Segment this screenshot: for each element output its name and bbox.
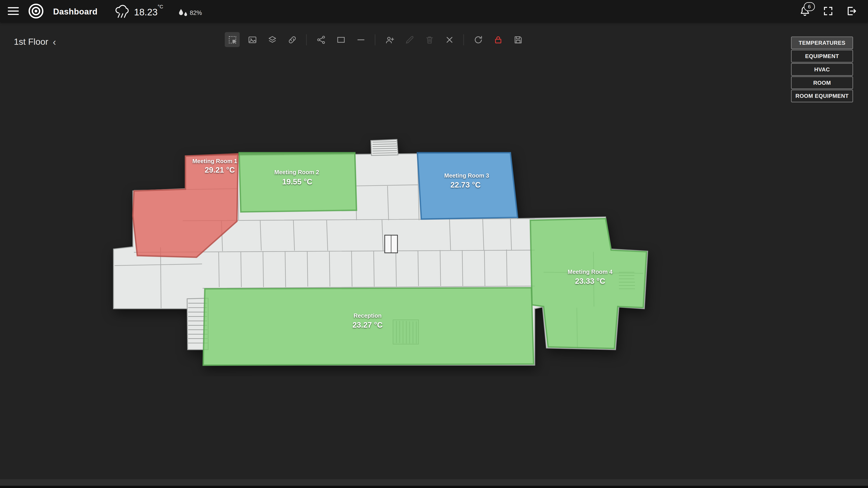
chevron-left-icon[interactable]: ‹ <box>53 38 56 46</box>
line-button[interactable] <box>353 32 368 47</box>
floorplan-canvas[interactable]: Meeting Room 1 29.21 °C Meeting Room 2 1… <box>89 133 675 377</box>
link-icon <box>287 35 297 44</box>
menu-icon[interactable] <box>8 7 19 15</box>
edit-icon <box>404 35 414 44</box>
rectangle-button[interactable] <box>333 32 348 47</box>
edit-button <box>402 32 417 47</box>
lock-icon <box>493 35 503 44</box>
link-button[interactable] <box>285 32 300 47</box>
close-button[interactable] <box>442 32 457 47</box>
room-temp-meeting-room-4: 23.33 °C <box>575 277 605 285</box>
humidity-value: 82% <box>190 9 202 16</box>
logo-target-icon <box>28 3 44 19</box>
outdoor-temperature: 18.23°C <box>134 2 163 20</box>
temperature-unit: °C <box>158 4 163 9</box>
layer-button-panel: TEMPERATURES EQUIPMENT HVAC ROOM ROOM EQ… <box>791 37 853 103</box>
fullscreen-button[interactable] <box>823 5 834 17</box>
layer-button-temperatures[interactable]: TEMPERATURES <box>791 37 853 49</box>
image-button[interactable] <box>245 32 259 47</box>
logout-button[interactable] <box>846 5 857 17</box>
room-temp-meeting-room-1: 29.21 °C <box>205 166 235 174</box>
layer-button-room[interactable]: ROOM <box>791 76 853 89</box>
room-label-meeting-room-2: Meeting Room 2 <box>274 169 319 175</box>
notification-badge: 6 <box>804 2 815 11</box>
weather-widget: 18.23°C <box>114 2 163 20</box>
room-label-meeting-room-4: Meeting Room 4 <box>567 269 613 275</box>
room-temp-meeting-room-2: 19.55 °C <box>282 177 312 186</box>
room-label-meeting-room-1: Meeting Room 1 <box>192 158 237 164</box>
bottom-edge <box>0 486 868 488</box>
share-icon <box>316 35 326 44</box>
line-icon <box>355 35 366 44</box>
refresh-button[interactable] <box>471 32 486 47</box>
floor-name: 1st Floor <box>14 37 48 47</box>
image-icon <box>247 35 257 44</box>
lock-button[interactable] <box>491 32 505 47</box>
layer-button-room-equipment[interactable]: ROOM EQUIPMENT <box>791 90 853 102</box>
app: Dashboard 18.23°C 82% <box>0 0 868 488</box>
fullscreen-icon <box>823 5 834 17</box>
save-icon <box>513 35 523 44</box>
save-button[interactable] <box>510 32 525 47</box>
layers-button[interactable] <box>265 32 280 47</box>
add-group-button[interactable] <box>382 32 397 47</box>
notifications-button[interactable]: 6 <box>799 5 810 17</box>
close-icon <box>444 35 454 44</box>
delete-button <box>422 32 437 47</box>
exit-icon <box>846 5 857 17</box>
humidity-drops-icon <box>178 8 189 17</box>
layer-button-hvac[interactable]: HVAC <box>791 63 853 76</box>
widget-select-icon <box>227 35 237 44</box>
horizontal-scrollbar[interactable] <box>0 479 868 486</box>
rain-cloud-icon <box>114 4 131 18</box>
room-temp-meeting-room-3: 22.73 °C <box>451 181 481 189</box>
rectangle-icon <box>336 35 346 44</box>
toolbar-divider <box>306 34 307 45</box>
widget-select-button[interactable] <box>225 32 240 47</box>
add-group-icon <box>384 35 395 44</box>
room-label-reception: Reception <box>353 313 381 319</box>
delete-icon <box>424 35 434 44</box>
refresh-icon <box>473 35 483 44</box>
topbar: Dashboard 18.23°C 82% <box>0 0 868 22</box>
elevator <box>385 235 397 253</box>
toolbar-divider <box>375 34 375 45</box>
layers-icon <box>267 35 277 44</box>
toolbar-divider <box>463 34 464 45</box>
room-temp-reception: 23.27 °C <box>352 321 383 329</box>
room-label-meeting-room-3: Meeting Room 3 <box>444 172 489 179</box>
page-title: Dashboard <box>53 6 97 16</box>
share-button[interactable] <box>313 32 328 47</box>
editor-toolbar <box>225 32 525 47</box>
layer-button-equipment[interactable]: EQUIPMENT <box>791 50 853 62</box>
humidity-widget: 82% <box>178 8 202 17</box>
floor-selector[interactable]: 1st Floor ‹ <box>14 37 56 47</box>
